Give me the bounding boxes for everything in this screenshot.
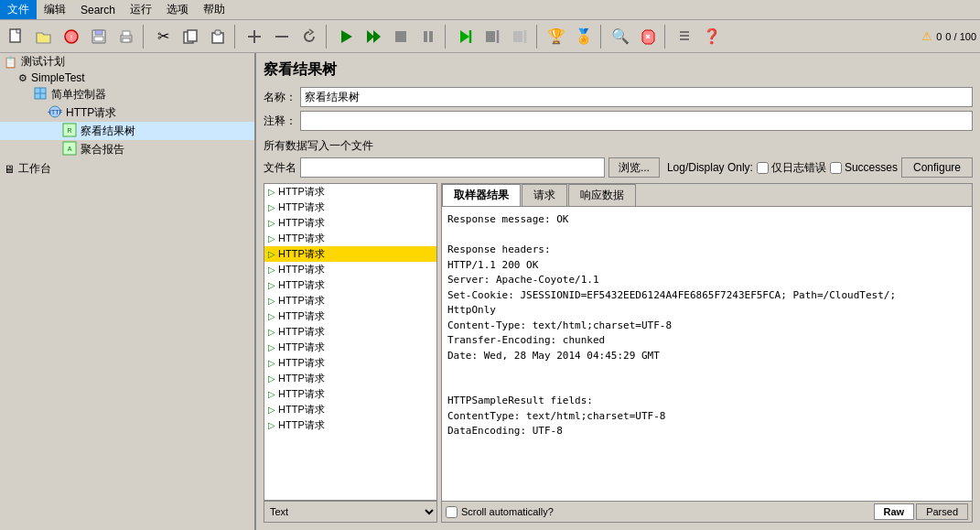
menu-file[interactable]: 文件 xyxy=(0,0,37,19)
result-item-icon: ▷ xyxy=(268,327,275,337)
menu-options[interactable]: 选项 xyxy=(159,0,196,19)
stop-button[interactable] xyxy=(388,24,414,49)
result-item[interactable]: ▷HTTP请求 xyxy=(264,200,436,215)
tree-item-controller[interactable]: 简单控制器 xyxy=(0,85,254,103)
result-item[interactable]: ▷HTTP请求 xyxy=(264,184,436,200)
result-item[interactable]: ▷HTTP请求 xyxy=(264,231,436,246)
result-item-icon: ▷ xyxy=(268,187,275,197)
result-item[interactable]: ▷HTTP请求 xyxy=(264,340,436,355)
result-item[interactable]: ▷HTTP请求 xyxy=(264,215,436,231)
warning-count: 0 xyxy=(936,31,942,42)
save-template-button[interactable]: ! xyxy=(59,24,84,49)
result-item[interactable]: ▷HTTP请求 xyxy=(264,417,436,433)
result-item[interactable]: ▷HTTP请求 xyxy=(264,293,436,308)
scroll-check-label[interactable]: Scroll automatically? xyxy=(446,506,554,518)
tab-sampler-results[interactable]: 取样器结果 xyxy=(442,184,521,206)
configure-button[interactable]: Configure xyxy=(901,157,973,178)
comment-row: 注释： xyxy=(264,111,973,131)
listener-result-label: 察看结果树 xyxy=(81,124,135,139)
tree-item-httprequest[interactable]: HTTP HTTP请求 xyxy=(0,103,254,122)
name-label: 名称： xyxy=(264,90,300,105)
comment-input[interactable] xyxy=(300,111,973,131)
result-item[interactable]: ▷HTTP请求 xyxy=(264,324,436,340)
tree-item-simpletest[interactable]: ⚙ SimpleTest xyxy=(0,70,254,85)
svg-rect-6 xyxy=(95,30,102,35)
copy-button[interactable] xyxy=(178,24,203,49)
result-list: ▷HTTP请求▷HTTP请求▷HTTP请求▷HTTP请求▷HTTP请求▷HTTP… xyxy=(264,183,437,523)
text-dropdown[interactable]: Text xyxy=(264,501,436,523)
scroll-checkbox[interactable] xyxy=(446,506,458,518)
result-item-icon: ▷ xyxy=(268,420,275,430)
result-item[interactable]: ▷HTTP请求 xyxy=(264,355,436,371)
svg-rect-14 xyxy=(215,30,221,35)
tree-item-plan[interactable]: 📋 测试计划 xyxy=(0,53,254,70)
svg-marker-18 xyxy=(341,30,352,43)
add-button[interactable] xyxy=(242,24,267,49)
result-item-icon: ▷ xyxy=(268,265,275,275)
tree-item-workbench[interactable]: 🖥 工作台 xyxy=(0,160,254,178)
result-item[interactable]: ▷HTTP请求 xyxy=(264,371,436,386)
workbench-icon: 🖥 xyxy=(4,163,15,176)
errors-checkbox-label[interactable]: 仅日志错误 xyxy=(757,160,826,176)
new-button[interactable] xyxy=(4,24,29,49)
search2-button[interactable]: 🔍 xyxy=(608,24,633,49)
result-item-icon: ▷ xyxy=(268,342,275,352)
raw-button[interactable]: Raw xyxy=(874,503,915,520)
tree-item-listener-report[interactable]: A 聚合报告 xyxy=(0,140,254,158)
raw-parsed-buttons: Raw Parsed xyxy=(874,503,968,520)
result-item[interactable]: ▷HTTP请求 xyxy=(264,277,436,293)
pause-button[interactable] xyxy=(415,24,441,49)
remove-button[interactable] xyxy=(269,24,295,49)
run-button[interactable] xyxy=(333,24,359,49)
run-nopause-button[interactable] xyxy=(361,24,386,49)
successes-label: Successes xyxy=(845,161,898,174)
svg-text:!: ! xyxy=(70,33,73,42)
name-input[interactable] xyxy=(300,87,973,107)
menu-edit[interactable]: 编辑 xyxy=(37,0,73,19)
svg-rect-26 xyxy=(486,31,495,42)
svg-rect-28 xyxy=(513,31,522,42)
paste-button[interactable] xyxy=(205,24,231,49)
stop-remote-button[interactable] xyxy=(479,24,505,49)
result-item[interactable]: ▷HTTP请求 xyxy=(264,308,436,324)
tabs-bar: 取样器结果 请求 响应数据 xyxy=(442,184,972,207)
result-item-icon: ▷ xyxy=(268,311,275,321)
help-button[interactable]: ❓ xyxy=(699,24,725,49)
svg-marker-24 xyxy=(460,30,469,43)
medal-button[interactable]: 🏆 xyxy=(544,24,569,49)
save-button[interactable] xyxy=(86,24,112,49)
refresh-button[interactable] xyxy=(296,24,322,49)
browse-button[interactable]: 浏览... xyxy=(608,157,660,178)
successes-checkbox-label[interactable]: Successes xyxy=(830,161,898,174)
successes-checkbox[interactable] xyxy=(830,162,842,174)
cut-button[interactable]: ✂ xyxy=(150,24,176,49)
write-label: 所有数据写入一个文件 xyxy=(264,138,973,154)
print-button[interactable] xyxy=(113,24,139,49)
result-item[interactable]: ▷HTTP请求 xyxy=(264,402,436,417)
menu-run[interactable]: 运行 xyxy=(123,0,159,19)
result-item[interactable]: ▷HTTP请求 xyxy=(264,246,436,262)
menu-help[interactable]: 帮助 xyxy=(196,0,232,19)
result-item-icon: ▷ xyxy=(268,373,275,384)
award-button[interactable]: 🏅 xyxy=(571,24,597,49)
open-button[interactable] xyxy=(31,24,57,49)
simpletest-icon: ⚙ xyxy=(18,72,27,84)
menu-search[interactable]: Search xyxy=(73,2,123,18)
toolbar-right: ⚠ 0 0 / 100 xyxy=(921,29,976,43)
clear-button[interactable] xyxy=(635,24,661,49)
file-input[interactable] xyxy=(300,157,605,178)
result-item[interactable]: ▷HTTP请求 xyxy=(264,262,436,277)
svg-text:R: R xyxy=(67,127,71,134)
start-remote-button[interactable] xyxy=(452,24,478,49)
remote-btn-3[interactable] xyxy=(507,24,533,49)
list-button[interactable] xyxy=(672,24,697,49)
tree-item-listener-result[interactable]: R 察看结果树 xyxy=(0,122,254,140)
parsed-button[interactable]: Parsed xyxy=(916,503,968,520)
comment-label: 注释： xyxy=(264,114,300,129)
tab-response-data[interactable]: 响应数据 xyxy=(568,184,636,206)
tab-request[interactable]: 请求 xyxy=(522,184,567,206)
result-item-icon: ▷ xyxy=(268,296,275,306)
result-item[interactable]: ▷HTTP请求 xyxy=(264,386,436,402)
errors-checkbox[interactable] xyxy=(757,162,769,174)
file-row: 文件名 浏览... Log/Display Only: 仅日志错误 Succes… xyxy=(264,157,973,178)
